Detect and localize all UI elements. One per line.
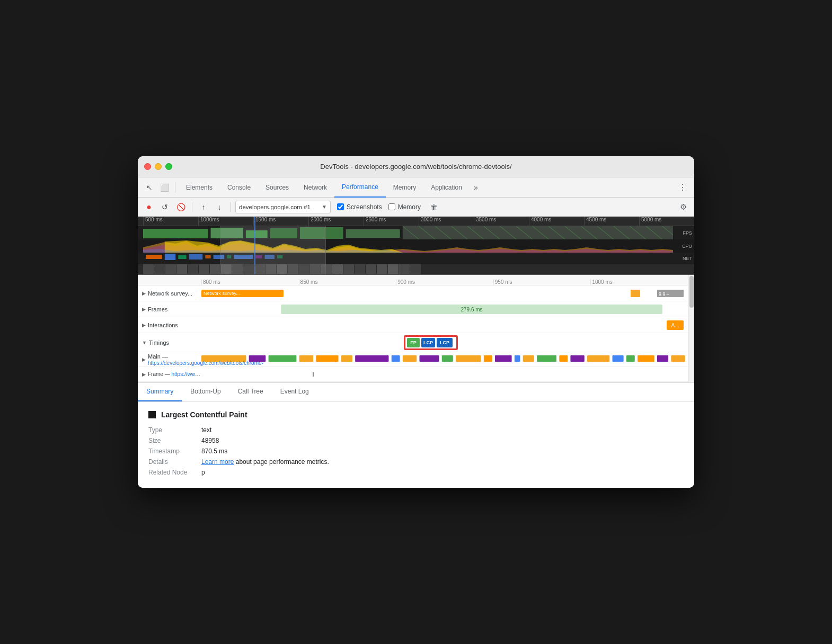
network-end-bar2: g g...: [657, 290, 684, 297]
svg-rect-45: [442, 355, 453, 362]
lcp-small-marker[interactable]: LCP: [421, 338, 435, 347]
inspect-icon[interactable]: ⬜: [157, 180, 172, 195]
bottom-tabs: Summary Bottom-Up Call Tree Event Log: [138, 383, 694, 402]
tab-summary[interactable]: Summary: [138, 382, 182, 401]
svg-rect-26: [178, 255, 186, 259]
svg-rect-50: [523, 355, 534, 362]
overview-timeline[interactable]: 500 ms 1000ms 1500 ms 2000 ms 2500 ms 30…: [138, 217, 694, 275]
cursor-icon[interactable]: ↖: [142, 180, 157, 195]
titlebar: DevTools - developers.google.com/web/too…: [138, 156, 694, 177]
net-label: NET: [683, 256, 692, 261]
timeline-ruler: 500 ms 1000ms 1500 ms 2000 ms 2500 ms 30…: [138, 217, 694, 226]
summary-title: Largest Contentful Paint: [148, 410, 684, 419]
svg-rect-52: [559, 355, 568, 362]
timings-timeline-row[interactable]: ▼ Timings FP LCP LCP: [138, 333, 688, 352]
svg-rect-37: [269, 355, 297, 362]
frames-timeline-row[interactable]: ▶ Frames 279.6 ms: [138, 301, 688, 317]
interactions-timeline-row[interactable]: ▶ Interactions A...: [138, 317, 688, 333]
svg-rect-28: [205, 255, 210, 258]
ruler-mark-2: 1500 ms: [253, 217, 308, 226]
tab-call-tree[interactable]: Call Tree: [229, 382, 272, 401]
close-button[interactable]: [144, 163, 151, 170]
interactions-row-toggle[interactable]: ▶: [142, 323, 146, 328]
network-end-bar1: [631, 290, 640, 297]
ruler-mark-3: 2000 ms: [308, 217, 364, 226]
tab-memory[interactable]: Memory: [386, 177, 423, 198]
network-row-toggle[interactable]: ▶: [142, 291, 146, 296]
svg-rect-42: [392, 355, 400, 362]
tab-bottom-up[interactable]: Bottom-Up: [182, 382, 229, 401]
performance-toolbar: ● ↺ 🚫 ↑ ↓ developers.google.com #1 ▼ Scr…: [138, 198, 694, 217]
svg-rect-41: [355, 355, 388, 362]
devtools-panel: ↖ ⬜ Elements Console Sources Network Per…: [138, 177, 694, 488]
flame-scrollbar[interactable]: [688, 275, 694, 382]
tab-sources[interactable]: Sources: [258, 177, 296, 198]
svg-rect-47: [484, 355, 492, 362]
reload-record-button[interactable]: ↺: [158, 200, 172, 214]
main-row-toggle[interactable]: ▶: [142, 357, 146, 362]
network-survey-bar[interactable]: Network survey...: [201, 290, 284, 297]
maximize-button[interactable]: [165, 163, 172, 170]
tab-network[interactable]: Network: [296, 177, 334, 198]
tab-application[interactable]: Application: [423, 177, 470, 198]
svg-rect-56: [626, 355, 635, 362]
trash-button[interactable]: 🗑: [427, 200, 441, 214]
frame-row-toggle[interactable]: ▶: [142, 372, 146, 377]
timings-row-toggle[interactable]: ▼: [142, 340, 147, 345]
more-tabs-button[interactable]: »: [470, 183, 482, 192]
svg-rect-5: [346, 229, 400, 238]
devtools-menu-button[interactable]: ⋮: [675, 180, 690, 195]
tab-elements[interactable]: Elements: [179, 177, 220, 198]
svg-rect-27: [189, 254, 203, 260]
ruler-mark-4: 2500 ms: [364, 217, 419, 226]
frames-row-content: 279.6 ms: [201, 301, 688, 317]
settings-button[interactable]: ⚙: [676, 200, 690, 214]
summary-related-row: Related Node p: [148, 469, 684, 476]
scrollbar-thumb[interactable]: [689, 276, 694, 308]
record-button[interactable]: ●: [142, 200, 156, 214]
flame-ruler-marks: 800 ms 850 ms 900 ms 950 ms 1000 ms: [138, 279, 688, 285]
clear-button[interactable]: 🚫: [174, 200, 188, 214]
frames-row-toggle[interactable]: ▶: [142, 307, 146, 312]
svg-rect-57: [638, 355, 654, 362]
flame-chart-container: 800 ms 850 ms 900 ms 950 ms 1000 ms ▶ Ne…: [138, 275, 694, 382]
network-timeline-row[interactable]: ▶ Network survey... Network survey... g …: [138, 285, 688, 301]
toolbar-sep-2: [231, 202, 231, 212]
svg-rect-51: [537, 355, 556, 362]
svg-rect-44: [420, 355, 439, 362]
screenshots-checkbox[interactable]: Screenshots: [337, 203, 382, 211]
flame-ruler: 800 ms 850 ms 900 ms 950 ms 1000 ms: [138, 275, 688, 285]
frame-row[interactable]: ▶ Frame — https://www.youtube.com/embed/…: [138, 367, 688, 382]
svg-rect-48: [495, 355, 512, 362]
save-profile-button[interactable]: ↓: [213, 200, 226, 214]
lcp-marker[interactable]: LCP: [437, 338, 453, 347]
svg-rect-38: [299, 355, 313, 362]
screenshot-strip: [143, 264, 673, 274]
load-profile-button[interactable]: ↑: [197, 200, 210, 214]
memory-checkbox[interactable]: Memory: [388, 203, 421, 211]
svg-rect-54: [587, 355, 609, 362]
url-selector[interactable]: developers.google.com #1 ▼: [235, 201, 331, 213]
traffic-lights: [144, 163, 172, 170]
svg-rect-49: [515, 355, 520, 362]
fp-marker[interactable]: FP: [407, 338, 420, 347]
summary-timestamp-row: Timestamp 870.5 ms: [148, 448, 684, 455]
svg-rect-55: [613, 355, 624, 362]
svg-rect-46: [456, 355, 481, 362]
flame-mark-2: 900 ms: [396, 279, 493, 285]
ruler-mark-6: 3500 ms: [474, 217, 529, 226]
summary-type-row: Type text: [148, 426, 684, 434]
fps-label: FPS: [683, 230, 692, 236]
interactions-a-bar: A...: [667, 320, 684, 330]
svg-rect-39: [316, 355, 338, 362]
minimize-button[interactable]: [155, 163, 162, 170]
tab-performance[interactable]: Performance: [334, 177, 386, 198]
ruler-mark-8: 4500 ms: [584, 217, 639, 226]
learn-more-link[interactable]: Learn more: [201, 458, 234, 466]
tab-console[interactable]: Console: [220, 177, 258, 198]
svg-rect-43: [403, 355, 417, 362]
interactions-row-label: ▶ Interactions: [138, 322, 201, 328]
tab-event-log[interactable]: Event Log: [272, 382, 317, 401]
main-thread-row[interactable]: ▶ Main — https://developers.google.com/w…: [138, 352, 688, 367]
window-title: DevTools - developers.google.com/web/too…: [320, 163, 511, 171]
